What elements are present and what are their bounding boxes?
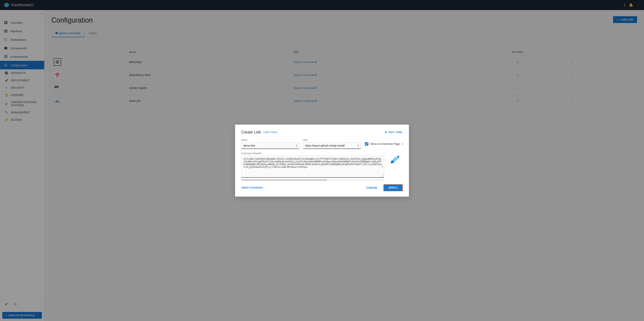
create-link-modal: Create Link Learn more. EDIT YAML Name ℹ	[235, 124, 409, 196]
modal-icon-row: Icon(svg in base64) 2CTCJAHrJaWTARUIINUe…	[241, 152, 403, 181]
modal-title: Create Link	[241, 130, 261, 134]
url-label: URL	[303, 139, 361, 142]
icon-info-icon[interactable]: ℹ	[382, 165, 383, 168]
cancel-button[interactable]: CANCEL	[364, 185, 380, 191]
modal-overlay[interactable]: Create Link Learn more. EDIT YAML Name ℹ	[0, 0, 644, 321]
modal-title-row: Create Link Learn more.	[241, 130, 278, 134]
icon-label: Icon(svg in base64)	[241, 152, 384, 155]
icon-preview	[387, 152, 403, 168]
name-info-icon[interactable]: ℹ	[296, 144, 297, 147]
url-input[interactable]	[305, 144, 356, 147]
edit-yaml-label: EDIT YAML	[389, 131, 403, 134]
name-input[interactable]	[244, 144, 294, 147]
scrollbar-track[interactable]	[241, 179, 384, 181]
url-field-group: URL ℹ	[303, 139, 361, 149]
icon-field-group: Icon(svg in base64) 2CTCJAHrJaWTARUIINUe…	[241, 152, 384, 181]
modal-edit-yaml-button[interactable]: EDIT YAML	[385, 131, 403, 134]
show-overview-group: Show on Overview Page ℹ	[365, 139, 403, 146]
url-input-wrap: ℹ	[303, 142, 361, 149]
modal-footer: UNDO CHANGES CANCEL APPLY	[241, 184, 403, 191]
modal-actions: CANCEL APPLY	[364, 184, 403, 191]
modal-form: Name ℹ URL ℹ Show on Overview Page	[241, 139, 403, 181]
textarea-resize-handle[interactable]	[382, 175, 383, 176]
scrollbar-thumb[interactable]	[241, 179, 327, 181]
name-label: Name	[241, 139, 299, 142]
show-overview-info-icon[interactable]: ℹ	[402, 142, 403, 146]
modal-name-url-row: Name ℹ URL ℹ Show on Overview Page	[241, 139, 403, 149]
name-input-wrap: ℹ	[241, 142, 299, 149]
show-overview-checkbox[interactable]	[365, 142, 368, 146]
url-info-icon[interactable]: ℹ	[358, 144, 359, 147]
svg-point-34	[396, 157, 398, 159]
icon-input[interactable]: 2CTCJAHrJaWTARUIINUeWAIrS5VCGrJaXRSOJAuO…	[242, 156, 384, 177]
show-overview-label: Show on Overview Page	[370, 142, 400, 146]
name-field-group: Name ℹ	[241, 139, 299, 149]
modal-learn-more-link[interactable]: Learn more.	[263, 130, 278, 134]
undo-changes-button[interactable]: UNDO CHANGES	[241, 186, 263, 189]
modal-header: Create Link Learn more. EDIT YAML	[241, 130, 403, 134]
apply-button[interactable]: APPLY	[384, 184, 403, 191]
